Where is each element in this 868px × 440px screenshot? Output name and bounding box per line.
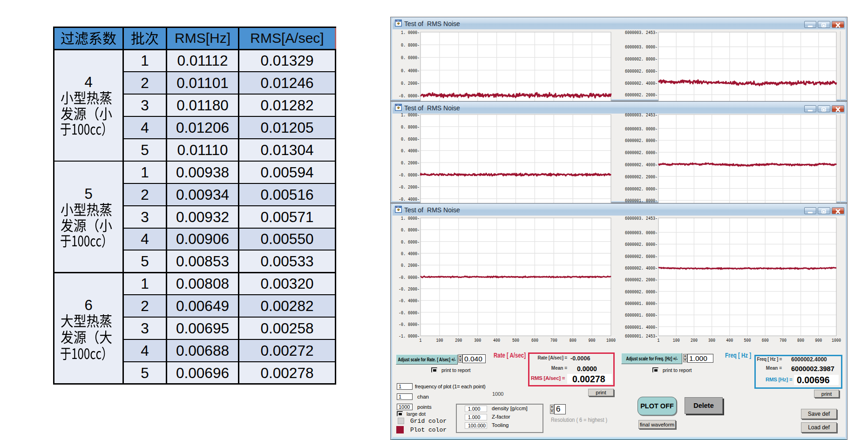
svg-text:1. 0000-: 1. 0000- — [401, 112, 420, 118]
svg-text:6000002. 2000-: 6000002. 2000- — [625, 92, 658, 98]
svg-text:300: 300 — [474, 338, 481, 343]
svg-text:0. 4000-: 0. 4000- — [401, 251, 420, 257]
svg-text:1. 0000-: 1. 0000- — [401, 216, 420, 221]
svg-text:0. 2000-: 0. 2000- — [401, 263, 420, 268]
svg-text:800: 800 — [570, 338, 576, 343]
svg-text:6000001. 8000-: 6000001. 8000- — [625, 301, 658, 306]
svg-text:6000002. 2000-: 6000002. 2000- — [625, 174, 658, 180]
svg-text:600: 600 — [531, 338, 538, 343]
svg-text:-0. 0000-: -0. 0000- — [399, 172, 420, 178]
svg-text:0. 4000-: 0. 4000- — [401, 148, 420, 154]
svg-text:700: 700 — [780, 338, 787, 343]
svg-text:1000: 1000 — [832, 338, 841, 343]
svg-text:6000002. 8000-: 6000002. 8000- — [625, 242, 658, 247]
svg-text:-0. 8000-: -0. 8000- — [399, 322, 420, 327]
svg-text:6000002. 6000-: 6000002. 6000- — [625, 150, 658, 156]
svg-text:0. 4000-: 0. 4000- — [401, 68, 420, 74]
svg-text:-0. 4000-: -0. 4000- — [399, 196, 420, 202]
svg-text:6000001. 2453-: 6000001. 2453- — [625, 333, 658, 339]
svg-text:500: 500 — [744, 338, 751, 343]
svg-text:100: 100 — [436, 338, 443, 343]
svg-text:6000003. 2453-: 6000003. 2453- — [625, 112, 658, 118]
svg-text:6000002. 4000-: 6000002. 4000- — [625, 265, 658, 271]
svg-text:-0. 0000-: -0. 0000- — [399, 275, 420, 280]
svg-text:0. 8000-: 0. 8000- — [401, 124, 420, 130]
svg-text:0. 2000-: 0. 2000- — [401, 81, 420, 86]
svg-text:400: 400 — [726, 338, 733, 343]
svg-text:6000002. 0000-: 6000002. 0000- — [625, 289, 658, 295]
svg-text:-0. 2000-: -0. 2000- — [399, 286, 420, 292]
svg-text:0. 6000-: 0. 6000- — [401, 55, 420, 61]
svg-text:100: 100 — [673, 338, 680, 343]
svg-text:1: 1 — [420, 338, 422, 343]
svg-text:-1. 0000-: -1. 0000- — [399, 333, 420, 339]
svg-text:0. 6000-: 0. 6000- — [401, 136, 420, 142]
svg-text:700: 700 — [550, 338, 557, 343]
svg-text:6000003. 2453-: 6000003. 2453- — [625, 216, 658, 221]
svg-text:6000001. 4000-: 6000001. 4000- — [625, 325, 658, 330]
svg-text:800: 800 — [797, 338, 804, 343]
svg-text:6000002. 4000-: 6000002. 4000- — [625, 81, 658, 86]
svg-text:900: 900 — [589, 338, 596, 343]
svg-text:6000002. 8000-: 6000002. 8000- — [625, 138, 658, 143]
svg-text:500: 500 — [512, 338, 519, 343]
svg-text:6000002. 8000-: 6000002. 8000- — [625, 56, 658, 62]
svg-text:-0. 0000-: -0. 0000- — [399, 93, 420, 99]
svg-text:6000002. 6000-: 6000002. 6000- — [625, 254, 658, 259]
svg-text:6000002. 2000-: 6000002. 2000- — [625, 277, 658, 283]
svg-text:300: 300 — [708, 338, 715, 343]
svg-text:200: 200 — [691, 338, 698, 343]
svg-text:-0. 6000-: -0. 6000- — [399, 310, 420, 316]
svg-text:6000003. 0000-: 6000003. 0000- — [625, 126, 658, 132]
svg-text:0. 6000-: 0. 6000- — [401, 239, 420, 245]
svg-text:6000002. 0000-: 6000002. 0000- — [625, 186, 658, 192]
svg-text:6000003. 0000-: 6000003. 0000- — [625, 44, 658, 50]
svg-text:0. 2000-: 0. 2000- — [401, 160, 420, 166]
svg-text:0. 8000-: 0. 8000- — [401, 42, 420, 48]
svg-text:1: 1 — [658, 338, 660, 343]
svg-text:6000003. 0000-: 6000003. 0000- — [625, 230, 658, 236]
svg-text:0. 8000-: 0. 8000- — [401, 227, 420, 233]
svg-text:400: 400 — [493, 338, 500, 343]
svg-text:600: 600 — [762, 338, 769, 343]
svg-text:-0. 4000-: -0. 4000- — [399, 298, 420, 304]
svg-text:900: 900 — [815, 338, 822, 343]
svg-text:6000002. 4000-: 6000002. 4000- — [625, 162, 658, 168]
svg-text:6000001. 6000-: 6000001. 6000- — [625, 312, 658, 318]
svg-text:1. 0000-: 1. 0000- — [401, 30, 420, 35]
svg-text:6000002. 6000-: 6000002. 6000- — [625, 68, 658, 74]
svg-text:6000003. 2453-: 6000003. 2453- — [625, 30, 658, 35]
svg-text:200: 200 — [455, 338, 462, 343]
svg-text:-0. 2000-: -0. 2000- — [399, 184, 420, 190]
